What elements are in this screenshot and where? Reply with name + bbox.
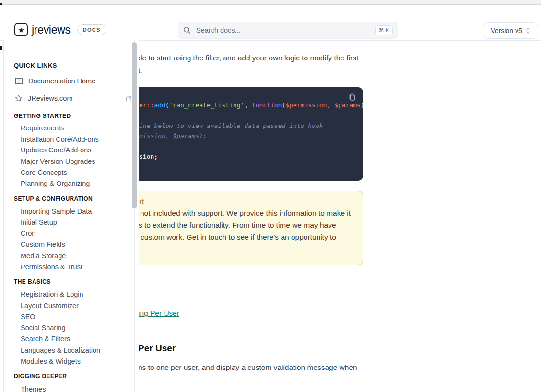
- sidebar-nav: QUICK LINKS Documentation Home JReviews.…: [3, 40, 139, 392]
- version-selector[interactable]: Version v5: [483, 22, 538, 39]
- sidebar-item-seo[interactable]: SEO: [21, 313, 35, 321]
- sidebar-item-languages-localization[interactable]: Languages & Localization: [21, 346, 100, 354]
- sidebar-section-quick-links: QUICK LINKS: [14, 62, 57, 69]
- support-note: rt not included with support. We provide…: [138, 191, 363, 265]
- logo[interactable]: ★ jreviews DOCS: [14, 23, 106, 36]
- sidebar-item-label: JReviews.com: [28, 94, 72, 102]
- toc-link-one-listing-per-user[interactable]: ing Per User: [138, 309, 179, 318]
- browser-top-strip: [0, 0, 541, 5]
- docs-badge: DOCS: [77, 24, 106, 35]
- sidebar-item-major-version-upgrades[interactable]: Major Version Upgrades: [21, 158, 95, 165]
- sidebar-item-initial-setup[interactable]: Initial Setup: [21, 219, 57, 226]
- code-comment-1: ine below to view available data passed …: [139, 122, 323, 129]
- code-line-1: er::add('can_create_listing', function($…: [139, 102, 365, 109]
- section-heading-per-user: Per User: [138, 343, 176, 354]
- sidebar-item-planning-organizing[interactable]: Planning & Organizing: [21, 180, 90, 187]
- sidebar-item-documentation-home[interactable]: Documentation Home: [15, 77, 95, 85]
- external-link-icon: [126, 95, 132, 102]
- window-edge-artifact: [0, 46, 2, 50]
- sidebar-item-themes[interactable]: Themes: [21, 385, 46, 392]
- sidebar-section-getting-started: GETTING STARTED: [14, 113, 71, 119]
- sidebar-item-layout-customizer[interactable]: Layout Customizer: [21, 302, 79, 310]
- sidebar-section-the-basics: THE BASICS: [14, 278, 51, 285]
- code-line-4: sion;: [139, 153, 158, 160]
- support-note-title: rt: [139, 198, 144, 206]
- sidebar-item-requirements[interactable]: Requirements: [21, 124, 64, 132]
- sidebar-item-registration-login[interactable]: Registration & Login: [21, 290, 83, 298]
- body-paragraph: ns to one per user, and display a custom…: [138, 363, 357, 372]
- sidebar-item-label: Documentation Home: [28, 77, 95, 85]
- support-note-line2: s to extend the functionality. From time…: [139, 221, 336, 230]
- page: ★ jreviews DOCS ⌘ K Version v5 de to sta…: [0, 0, 541, 392]
- search-shortcut-badge: ⌘ K: [375, 25, 393, 35]
- code-block: er::add('can_create_listing', function($…: [138, 87, 363, 181]
- sidebar-section-digging-deeper: DIGGING DEEPER: [14, 373, 67, 380]
- book-icon: [15, 78, 23, 85]
- sidebar-section-setup-configuration: SETUP & CONFIGURATION: [14, 196, 93, 202]
- sidebar-scrollbar-thumb[interactable]: [132, 42, 137, 208]
- sidebar-item-custom-fields[interactable]: Custom Fields: [21, 241, 65, 248]
- sidebar-item-search-filters[interactable]: Search & Filters: [21, 335, 70, 343]
- sidebar-item-modules-widgets[interactable]: Modules & Widgets: [21, 357, 81, 365]
- indent-guide: [14, 383, 14, 392]
- site-header: ★ jreviews DOCS ⌘ K Version v5: [0, 5, 541, 41]
- version-label: Version v5: [491, 27, 522, 35]
- code-comment-2: mission, $params);: [139, 132, 207, 139]
- logo-text: jreviews: [32, 23, 71, 36]
- sidebar-item-installation[interactable]: Installation Core/Add-ons: [21, 136, 99, 143]
- sidebar-item-media-storage[interactable]: Media Storage: [21, 252, 66, 260]
- intro-paragraph-line1: de to start using the filter, and add yo…: [138, 54, 358, 62]
- sidebar-item-importing-sample-data[interactable]: Importing Sample Data: [21, 208, 92, 215]
- intro-paragraph-line2: t.: [138, 66, 142, 75]
- sidebar-item-cron[interactable]: Cron: [21, 230, 35, 237]
- search-icon: [183, 26, 191, 34]
- support-note-line1: not included with support. We provide th…: [140, 209, 351, 218]
- search-input[interactable]: [195, 26, 375, 35]
- sidebar-item-updates[interactable]: Updates Core/Add-ons: [21, 146, 92, 154]
- sidebar-item-core-concepts[interactable]: Core Concepts: [21, 169, 67, 176]
- sidebar-item-jreviews-com[interactable]: JReviews.com: [15, 94, 72, 102]
- chevron-updown-icon: [526, 27, 530, 34]
- logo-star-icon: ★: [14, 23, 28, 36]
- star-icon: [15, 94, 23, 102]
- search-bar[interactable]: ⌘ K: [178, 22, 398, 39]
- sidebar-item-social-sharing[interactable]: Social Sharing: [21, 324, 66, 332]
- copy-icon[interactable]: [348, 92, 356, 101]
- sidebar-item-permissions-trust[interactable]: Permissions & Trust: [21, 263, 82, 271]
- support-note-line3: custom work. Get in touch to see if ther…: [141, 233, 336, 242]
